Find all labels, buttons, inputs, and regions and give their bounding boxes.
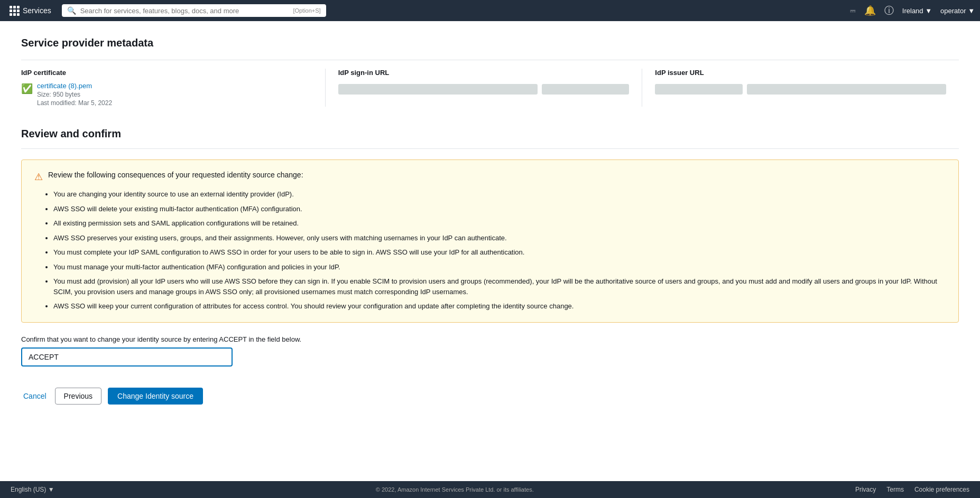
search-input[interactable] — [80, 7, 289, 15]
redacted-bar-2 — [542, 84, 629, 95]
bell-icon[interactable]: 🔔 — [864, 5, 876, 16]
review-confirm-section: Review and confirm ⚠ Review the followin… — [21, 128, 959, 367]
section-divider — [21, 148, 959, 149]
main-content: Service provider metadata IdP certificat… — [0, 21, 980, 481]
warning-list: You are changing your identity source to… — [34, 189, 946, 312]
service-provider-metadata-title: Service provider metadata — [21, 37, 959, 49]
cert-info: ✅ certificate (8).pem Size: 950 bytes La… — [21, 82, 312, 107]
help-icon[interactable]: ⓘ — [884, 4, 894, 17]
warning-header: ⚠ Review the following consequences of y… — [34, 171, 946, 183]
search-bar[interactable]: 🔍 [Option+S] — [62, 4, 326, 17]
services-label: Services — [23, 6, 51, 15]
redacted-bar-1 — [338, 84, 538, 95]
search-icon: 🔍 — [67, 6, 76, 15]
previous-button[interactable]: Previous — [55, 388, 101, 405]
cert-size: Size: 950 bytes — [37, 91, 112, 98]
nav-right: ⎓ 🔔 ⓘ Ireland ▼ operator ▼ — [850, 4, 975, 17]
confirm-label: Confirm that you want to change your ide… — [21, 335, 959, 343]
warning-list-item: AWS SSO preserves your existing users, g… — [53, 233, 946, 243]
idp-sign-in-url-value — [338, 82, 630, 95]
idp-issuer-url-col: IdP issuer URL — [642, 69, 959, 107]
bottom-bar: English (US) ▼ © 2022, Amazon Internet S… — [0, 481, 980, 498]
warning-list-item: You must complete your IdP SAML configur… — [53, 247, 946, 258]
idp-issuer-url-label: IdP issuer URL — [655, 69, 946, 77]
idp-certificate-col: IdP certificate ✅ certificate (8).pem Si… — [21, 69, 325, 107]
cancel-button[interactable]: Cancel — [21, 388, 49, 405]
terms-link[interactable]: Terms — [886, 486, 904, 493]
terminal-icon[interactable]: ⎓ — [850, 5, 856, 16]
search-shortcut: [Option+S] — [293, 7, 320, 14]
copyright: © 2022, Amazon Internet Services Private… — [376, 486, 534, 493]
cert-name[interactable]: certificate (8).pem — [37, 82, 112, 90]
redacted-bar-4 — [747, 84, 947, 95]
grid-icon — [10, 6, 20, 16]
cookie-preferences-link[interactable]: Cookie preferences — [914, 486, 969, 493]
warning-box: ⚠ Review the following consequences of y… — [21, 159, 959, 323]
service-provider-metadata-section: Service provider metadata IdP certificat… — [21, 37, 959, 107]
accept-input[interactable] — [21, 347, 233, 367]
idp-certificate-label: IdP certificate — [21, 69, 312, 77]
metadata-row: IdP certificate ✅ certificate (8).pem Si… — [21, 60, 959, 107]
warning-list-item: AWS SSO will keep your current configura… — [53, 301, 946, 312]
idp-issuer-url-value — [655, 82, 946, 95]
warning-icon: ⚠ — [34, 171, 43, 183]
warning-list-item: You must manage your multi-factor authen… — [53, 262, 946, 273]
warning-list-item: You are changing your identity source to… — [53, 189, 946, 200]
redacted-bar-3 — [655, 84, 742, 95]
user-menu[interactable]: operator ▼ — [940, 7, 975, 15]
cert-modified: Last modified: Mar 5, 2022 — [37, 99, 112, 107]
idp-sign-in-url-label: IdP sign-in URL — [338, 69, 630, 77]
review-confirm-title: Review and confirm — [21, 128, 959, 140]
cert-check-icon: ✅ — [21, 83, 33, 95]
region-selector[interactable]: Ireland ▼ — [902, 7, 932, 15]
footer-buttons: Cancel Previous Change Identity source — [21, 388, 959, 405]
top-navigation: Services 🔍 [Option+S] ⎓ 🔔 ⓘ Ireland ▼ op… — [0, 0, 980, 21]
warning-list-item: AWS SSO will delete your existing multi-… — [53, 204, 946, 214]
warning-list-item: You must add (provision) all your IdP us… — [53, 276, 946, 297]
services-menu[interactable]: Services — [5, 6, 56, 16]
warning-title-text: Review the following consequences of you… — [48, 171, 303, 179]
bottom-links: Privacy Terms Cookie preferences — [855, 486, 969, 493]
idp-sign-in-url-col: IdP sign-in URL — [325, 69, 642, 107]
warning-list-item: All existing permission sets and SAML ap… — [53, 218, 946, 229]
privacy-link[interactable]: Privacy — [855, 486, 876, 493]
language-selector[interactable]: English (US) ▼ — [11, 486, 54, 493]
change-identity-button[interactable]: Change Identity source — [108, 388, 203, 405]
